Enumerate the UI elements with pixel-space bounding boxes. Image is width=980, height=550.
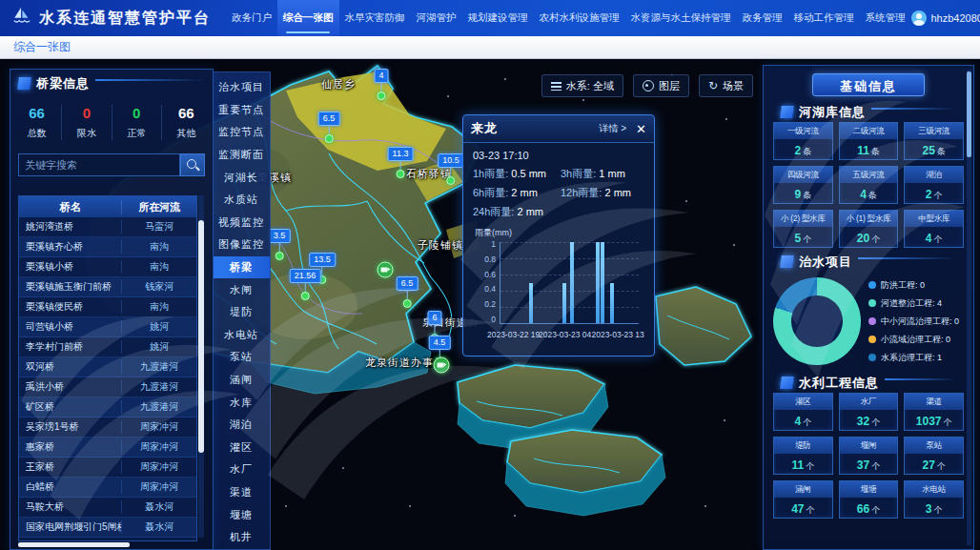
basic-info-tab[interactable]: 基础信息 (812, 73, 925, 96)
layer-menu-item[interactable]: 水电站 (213, 324, 270, 347)
nav-tab[interactable]: 政务管理 (737, 0, 788, 36)
breadcrumb-label[interactable]: 综合一张图 (13, 39, 71, 55)
table-row[interactable]: 栗溪镇小桥 南沟 (19, 257, 196, 277)
table-row[interactable]: 姚河湾道桥 马蛮河 (19, 217, 196, 237)
table-row[interactable]: 惠家桥 周家冲河 (19, 438, 196, 458)
nav-tab[interactable]: 综合一张图 (277, 0, 339, 36)
detail-link[interactable]: 详情 > (599, 122, 626, 135)
metric-label: 3h雨量: (561, 168, 596, 179)
table-row[interactable]: 矿区桥 九渡港河 (19, 397, 196, 418)
search-button[interactable] (180, 153, 205, 176)
nav-tab[interactable]: 系统管理 (860, 0, 911, 36)
user-menu[interactable]: hhzb42080201 ∨ (911, 0, 980, 36)
layer-menu-item[interactable]: 治水项目 (213, 76, 270, 99)
table-scrollbar-thumb[interactable] (198, 220, 204, 453)
nav-tab-label: 农村水利设施管理 (540, 11, 620, 25)
nav-tab[interactable]: 规划建设管理 (462, 0, 534, 36)
layer-menu-item[interactable]: 图像监控 (213, 234, 270, 256)
nav-tab[interactable]: 农村水利设施管理 (534, 0, 625, 36)
layer-menu-item[interactable]: 重要节点 (213, 99, 270, 122)
marker-pin-icon (275, 252, 283, 260)
layer-menu-item[interactable]: 水厂 (213, 458, 270, 481)
marker-pin-icon (402, 299, 411, 308)
layer-menu-item[interactable]: 堤防 (213, 301, 270, 324)
layer-menu-item[interactable]: 堰塘 (213, 503, 270, 526)
layers-button[interactable]: 图层 (633, 74, 689, 97)
table-row[interactable]: 栗溪镇齐心桥 南沟 (19, 237, 196, 257)
table-scrollbar-track[interactable] (198, 195, 204, 538)
layer-menu-item[interactable]: 灌区 (213, 437, 270, 459)
stat-card-value: 4个 (774, 410, 832, 430)
legend-label: 水系治理工程: 1 (881, 352, 942, 364)
panel-scrollbar-thumb[interactable] (967, 71, 971, 157)
table-row[interactable]: 李学村门前桥 姚河 (19, 337, 196, 357)
search-input[interactable] (18, 153, 180, 176)
table-row[interactable]: 白蜡桥 周家冲河 (19, 478, 196, 498)
bridge-marker[interactable]: 21.56 (290, 269, 321, 300)
flag-icon (780, 377, 794, 389)
bridge-marker[interactable]: 11.3 (388, 147, 414, 178)
stat-card: 泵站 27个 (904, 437, 964, 475)
table-row[interactable]: 司营镇小桥 姚河 (19, 317, 196, 337)
works-section-header: 水利工程信息 (773, 369, 964, 393)
legend-dot (868, 299, 876, 307)
table-row[interactable]: 国家电网荆堰引门5闸桥 聂水河 (19, 518, 196, 538)
donut-chart (773, 277, 861, 365)
layer-menu-item[interactable]: 水库 (213, 391, 270, 414)
layers-label: 图层 (659, 79, 680, 93)
bridge-marker[interactable]: 4 (374, 69, 388, 100)
bridge-marker[interactable]: 6.5 (397, 276, 419, 308)
table-row[interactable]: 栗溪镇便民桥 南沟 (19, 297, 196, 317)
table-row[interactable]: 栗溪镇施玉衡门前桥 钱家河 (19, 277, 196, 297)
layer-menu-item[interactable]: 监控节点 (213, 121, 270, 144)
layer-menu-item[interactable]: 河湖长 (213, 166, 270, 189)
stat-label: 总数 (12, 127, 61, 140)
nav-tab[interactable]: 政务门户 (226, 0, 277, 36)
layer-menu-item[interactable]: 渠道 (213, 481, 270, 504)
nav-tab[interactable]: 河湖管护 (411, 0, 462, 36)
panel-scrollbar-track[interactable] (967, 70, 971, 545)
table-row[interactable]: 禹洪小桥 九渡港河 (19, 377, 196, 397)
layer-menu-item[interactable]: 水质站 (213, 189, 270, 212)
rain-bar (570, 242, 574, 323)
table-row[interactable]: 吴家塝1号桥 周家冲河 (19, 418, 196, 438)
table-hscrollbar-thumb[interactable] (18, 542, 130, 547)
layer-menu-item[interactable]: 桥梁 (213, 256, 270, 279)
camera-icon[interactable] (378, 262, 394, 278)
bridge-marker[interactable]: 6.5 (318, 112, 340, 143)
close-icon[interactable]: ✕ (636, 123, 646, 135)
stat-card: 四级河流 9条 (773, 166, 833, 204)
legend-dot (868, 354, 876, 361)
layer-menu-item[interactable]: 机井 (213, 526, 270, 549)
nav-tab-label: 水资源与水土保持管理 (631, 11, 731, 25)
water-system-selector[interactable]: 水系: 全域 (541, 74, 623, 97)
layer-menu-item[interactable]: 视频监控 (213, 212, 270, 234)
layer-menu-item[interactable]: 涵闸 (213, 369, 270, 392)
bridge-marker[interactable]: 10.5 (438, 153, 464, 185)
nav-tab[interactable]: 移动工作管理 (788, 0, 860, 36)
decor-line (858, 257, 956, 259)
stat-card: 一级河流 2条 (773, 122, 833, 160)
nav-tab[interactable]: 水旱灾害防御 (339, 0, 411, 36)
scene-button[interactable]: ↻ 场景 (699, 74, 753, 97)
stat-label: 限水 (62, 127, 111, 140)
y-tick-label: 0.4 (484, 284, 496, 294)
table-row[interactable]: 双河桥 九渡港河 (19, 357, 196, 377)
table-row[interactable]: 王家桥 周家冲河 (19, 458, 196, 478)
layer-menu-item[interactable]: 水闸 (213, 278, 270, 301)
marker-value-tag: 3.5 (269, 229, 291, 243)
layer-menu-item[interactable]: 监测断面 (213, 144, 270, 167)
nav-tab[interactable]: 水资源与水土保持管理 (625, 0, 737, 36)
table-row[interactable]: 象园石磙桥 聂水河 (19, 538, 196, 541)
layer-menu-item[interactable]: 泵站 (213, 346, 270, 369)
table-row[interactable]: 马鞍大桥 聂水河 (19, 498, 196, 518)
stat-card-label: 小 (1) 型水库 (840, 211, 898, 227)
stat-card-label: 渠道 (905, 394, 963, 410)
bridge-marker[interactable]: 3.5 (269, 229, 291, 260)
camera-icon[interactable] (434, 357, 450, 374)
legend-item: 水系治理工程: 1 (868, 352, 959, 364)
bridge-name-cell: 双河桥 (19, 360, 121, 374)
stat-card: 小 (2) 型水库 5个 (773, 210, 833, 248)
layer-menu-item[interactable]: 湖泊 (213, 414, 270, 437)
projects-section-header: 治水项目 (773, 248, 964, 272)
